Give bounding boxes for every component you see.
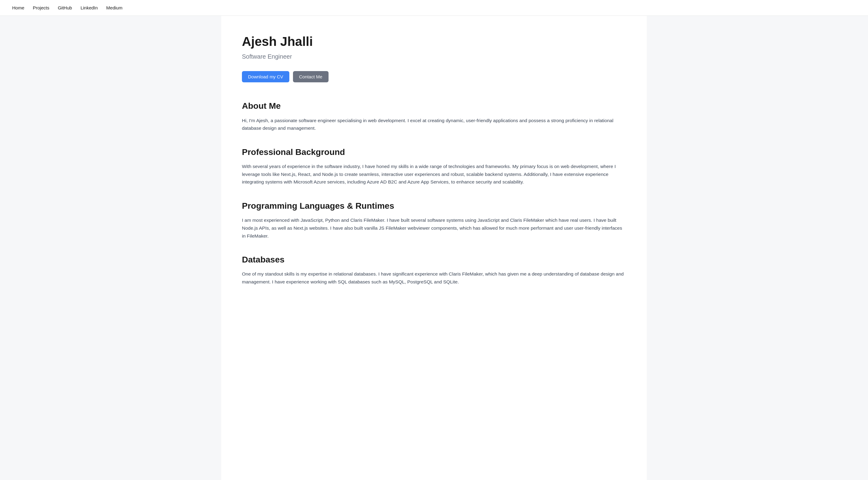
hero-section: Ajesh Jhalli Software Engineer Download … [242, 34, 626, 82]
download-cv-button[interactable]: Download my CV [242, 71, 289, 82]
nav-link-github[interactable]: GitHub [58, 4, 72, 11]
section-title-about: About Me [242, 101, 626, 111]
sections-container: About MeHi, I'm Ajesh, a passionate soft… [242, 101, 626, 286]
section-title-databases: Databases [242, 254, 626, 265]
main-nav: HomeProjectsGitHubLinkedInMedium [0, 0, 868, 16]
nav-link-medium[interactable]: Medium [106, 4, 122, 11]
hero-title: Software Engineer [242, 52, 626, 61]
section-professional: Professional BackgroundWith several year… [242, 147, 626, 186]
section-text-about: Hi, I'm Ajesh, a passionate software eng… [242, 117, 626, 132]
contact-me-button[interactable]: Contact Me [293, 71, 329, 82]
nav-link-home[interactable]: Home [12, 4, 24, 11]
section-text-professional: With several years of experience in the … [242, 163, 626, 186]
nav-link-linkedin[interactable]: LinkedIn [81, 4, 98, 11]
section-title-languages: Programming Languages & Runtimes [242, 200, 626, 212]
button-group: Download my CV Contact Me [242, 71, 626, 82]
nav-link-projects[interactable]: Projects [33, 4, 49, 11]
hero-name: Ajesh Jhalli [242, 34, 626, 49]
section-text-databases: One of my standout skills is my expertis… [242, 270, 626, 286]
section-text-languages: I am most experienced with JavaScript, P… [242, 216, 626, 240]
section-title-professional: Professional Background [242, 147, 626, 158]
section-about: About MeHi, I'm Ajesh, a passionate soft… [242, 101, 626, 132]
section-databases: DatabasesOne of my standout skills is my… [242, 254, 626, 286]
section-languages: Programming Languages & RuntimesI am mos… [242, 200, 626, 240]
main-content: Ajesh Jhalli Software Engineer Download … [221, 16, 647, 480]
